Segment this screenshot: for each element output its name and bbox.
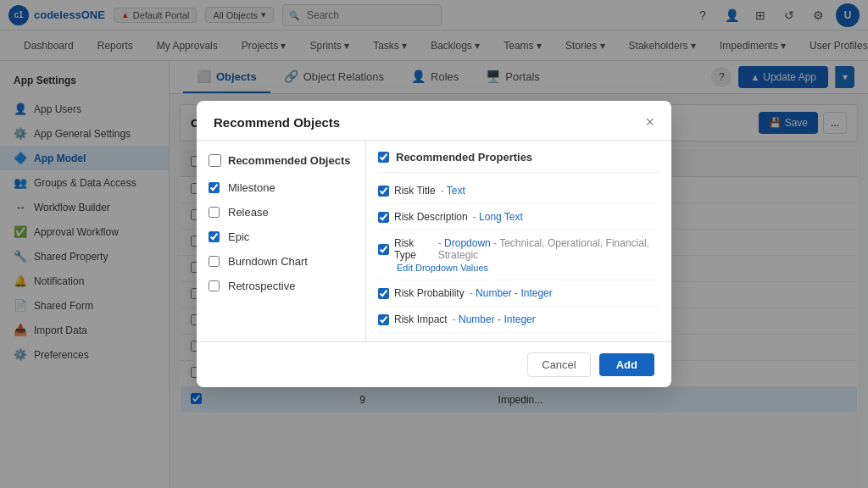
object-label: Milestone (228, 181, 275, 194)
recommended-properties-checkbox[interactable] (378, 152, 389, 163)
modal-properties-list: Risk Title - Text Risk Description - Lon… (378, 178, 659, 333)
object-checkbox[interactable] (209, 280, 220, 291)
add-button[interactable]: Add (599, 353, 654, 376)
cancel-button[interactable]: Cancel (527, 352, 590, 377)
modal-objects-list: MilestoneReleaseEpicBurndown ChartRetros… (197, 175, 365, 298)
property-type-link[interactable]: Number - Integer (476, 287, 553, 299)
modal-property-row: Risk Type - Dropdown - Technical, Operat… (378, 230, 659, 280)
object-checkbox[interactable] (209, 207, 220, 218)
object-checkbox[interactable] (209, 231, 220, 242)
modal-title: Recommend Objects (214, 115, 340, 130)
property-type: - Text (441, 185, 465, 197)
property-checkbox[interactable] (378, 288, 389, 299)
property-checkbox[interactable] (378, 186, 389, 197)
property-type: - Number - Integer (453, 313, 536, 325)
modal-left-panel: Recommended Objects MilestoneReleaseEpic… (197, 141, 366, 341)
modal-body: Recommended Objects MilestoneReleaseEpic… (197, 141, 671, 341)
edit-dropdown-link[interactable]: Edit Dropdown Values (378, 261, 659, 273)
modal-object-item[interactable]: Release (197, 200, 365, 225)
property-type-link[interactable]: Long Text (479, 211, 523, 223)
modal-property-row: Risk Impact - Number - Integer (378, 307, 659, 333)
property-checkbox[interactable] (378, 314, 389, 325)
object-checkbox[interactable] (209, 182, 220, 193)
modal-object-item[interactable]: Retrospective (197, 274, 365, 298)
modal-overlay: Recommend Objects × Recommended Objects … (0, 0, 868, 488)
property-checkbox[interactable] (378, 244, 389, 255)
modal-right-panel: Recommended Properties Risk Title - Text… (366, 141, 671, 341)
object-label: Burndown Chart (228, 255, 308, 268)
modal-property-row: Risk Probability - Number - Integer (378, 280, 659, 307)
property-label: Risk Description (394, 211, 468, 223)
property-label: Risk Title (394, 185, 436, 197)
modal-footer: Cancel Add (197, 341, 671, 387)
modal-header: Recommend Objects × (197, 101, 671, 141)
modal-property-row: Risk Title - Text (378, 178, 659, 204)
recommend-objects-modal: Recommend Objects × Recommended Objects … (197, 101, 671, 387)
recommended-properties-header: Recommended Properties (378, 149, 659, 173)
object-label: Retrospective (228, 280, 295, 292)
recommended-objects-header: Recommended Objects (197, 149, 365, 175)
object-checkbox[interactable] (209, 256, 220, 267)
object-label: Release (228, 206, 269, 219)
modal-close-button[interactable]: × (645, 114, 654, 130)
property-label: Risk Type (394, 237, 433, 261)
modal-object-item[interactable]: Epic (197, 225, 365, 249)
property-type-link[interactable]: Text (447, 185, 465, 197)
property-type-link[interactable]: Dropdown (444, 237, 491, 249)
property-type: - Dropdown - Technical, Operational, Fin… (438, 237, 659, 261)
property-type: - Number - Integer (470, 287, 553, 299)
modal-property-row: Risk Description - Long Text (378, 204, 659, 230)
property-label: Risk Probability (394, 287, 465, 299)
recommended-objects-checkbox[interactable] (209, 154, 221, 167)
object-label: Epic (228, 230, 249, 243)
modal-object-item[interactable]: Milestone (197, 175, 365, 200)
property-checkbox[interactable] (378, 212, 389, 223)
modal-object-item[interactable]: Burndown Chart (197, 249, 365, 274)
property-label: Risk Impact (394, 313, 448, 325)
property-type-link[interactable]: Number - Integer (459, 313, 536, 325)
property-type: - Long Text (473, 211, 523, 223)
